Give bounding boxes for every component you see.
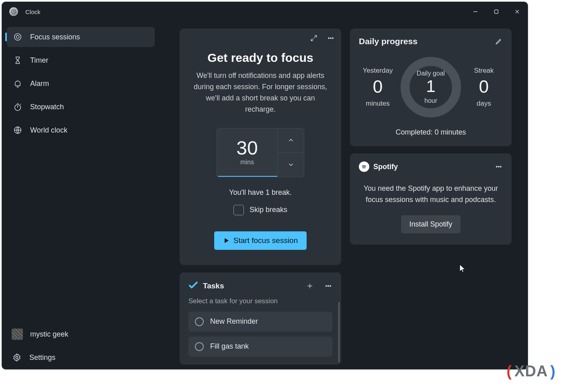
add-task-button[interactable]: [306, 282, 314, 290]
gear-icon: [12, 353, 21, 362]
plus-icon: [306, 282, 314, 290]
svg-point-3: [16, 35, 19, 38]
tasks-title: Tasks: [203, 282, 301, 290]
sidebar-item-label: Focus sessions: [30, 33, 80, 41]
start-focus-session-button[interactable]: Start focus session: [214, 231, 307, 250]
svg-point-16: [498, 166, 500, 167]
focus-sessions-icon: [12, 33, 24, 41]
svg-point-2: [14, 34, 21, 41]
spotify-more-button[interactable]: [495, 163, 503, 171]
task-item[interactable]: Fill gas tank: [188, 337, 332, 357]
more-icon: [495, 163, 503, 171]
svg-point-9: [332, 38, 334, 39]
pencil-icon: [495, 37, 503, 45]
yesterday-stat: Yesterday 0 minutes: [360, 67, 396, 108]
sidebar-item-label: Timer: [30, 56, 48, 65]
duration-display[interactable]: 30 mins: [217, 129, 277, 177]
app-icon: [9, 7, 18, 16]
tasks-hint: Select a task for your session: [188, 297, 332, 305]
window-maximize-button[interactable]: [486, 4, 507, 20]
svg-point-12: [330, 285, 331, 286]
spotify-icon: [359, 161, 369, 172]
task-label: Fill gas tank: [210, 342, 249, 351]
completed-text: Completed: 0 minutes: [359, 128, 503, 137]
play-icon: [223, 237, 229, 244]
svg-point-6: [16, 356, 18, 359]
sidebar-settings-label: Settings: [29, 353, 55, 362]
duration-unit: mins: [240, 159, 254, 166]
svg-point-8: [330, 38, 332, 39]
sidebar-item-world-clock[interactable]: World clock: [7, 120, 155, 140]
tasks-more-button[interactable]: [324, 282, 332, 290]
timer-icon: [12, 56, 24, 65]
focus-title: Get ready to focus: [188, 51, 332, 65]
chevron-down-icon: [287, 161, 295, 168]
focus-session-card: Get ready to focus We'll turn off notifi…: [180, 29, 341, 265]
sidebar-item-label: World clock: [30, 126, 68, 135]
sidebar-item-stopwatch[interactable]: Stopwatch: [7, 97, 155, 117]
window-minimize-button[interactable]: [465, 4, 486, 20]
tasks-scrollbar[interactable]: [338, 302, 340, 362]
sidebar-user-name: mystic geek: [30, 330, 68, 339]
svg-rect-1: [495, 10, 498, 14]
start-button-label: Start focus session: [233, 236, 298, 245]
alarm-icon: [12, 79, 24, 88]
sidebar-item-focus-sessions[interactable]: Focus sessions: [7, 27, 155, 47]
task-item[interactable]: New Reminder: [188, 312, 332, 332]
xda-watermark: (XDA): [506, 363, 556, 380]
world-clock-icon: [12, 126, 24, 135]
duration-value: 30: [236, 139, 258, 158]
sidebar-item-label: Alarm: [30, 80, 49, 88]
sidebar-user-account[interactable]: mystic geek: [7, 324, 155, 344]
daily-progress-card: Daily progress Yesterday 0 minutes: [350, 29, 512, 146]
sidebar: Focus sessions Timer Alarm Stopwatch: [2, 21, 160, 369]
focus-description: We'll turn off notifications and app ale…: [188, 70, 332, 115]
spotify-card: Spotify You need the Spotify app to enha…: [350, 153, 512, 245]
break-info: You'll have 1 break.: [188, 188, 332, 197]
tasks-app-icon: [188, 280, 198, 292]
duration-increase-button[interactable]: [277, 129, 304, 153]
titlebar: Clock: [2, 2, 528, 21]
collapse-icon[interactable]: [310, 34, 318, 42]
more-icon[interactable]: [327, 34, 335, 42]
svg-point-11: [328, 285, 329, 286]
sidebar-item-alarm[interactable]: Alarm: [7, 74, 155, 94]
sidebar-item-label: Stopwatch: [30, 103, 64, 111]
skip-breaks-label: Skip breaks: [250, 206, 287, 214]
chevron-up-icon: [287, 137, 295, 144]
svg-point-7: [328, 38, 330, 39]
task-radio[interactable]: [195, 342, 204, 351]
svg-point-17: [500, 166, 502, 167]
duration-picker: 30 mins: [217, 128, 304, 177]
svg-point-15: [496, 166, 497, 167]
avatar: [12, 329, 23, 340]
sidebar-settings[interactable]: Settings: [7, 347, 155, 368]
install-spotify-button[interactable]: Install Spotify: [401, 215, 460, 233]
skip-breaks-checkbox[interactable]: [233, 205, 244, 215]
app-window: Clock Focus sessions Timer: [2, 2, 528, 370]
daily-progress-title: Daily progress: [359, 37, 418, 46]
more-icon: [324, 282, 332, 290]
edit-goal-button[interactable]: [495, 37, 503, 45]
svg-point-10: [326, 285, 327, 286]
spotify-brand: Spotify: [359, 161, 398, 172]
streak-stat: Streak 0 days: [466, 67, 502, 108]
main-content: Get ready to focus We'll turn off notifi…: [160, 21, 528, 369]
spotify-description: You need the Spotify app to enhance your…: [359, 179, 503, 206]
spotify-name: Spotify: [373, 163, 398, 171]
task-radio[interactable]: [195, 317, 204, 326]
tasks-card: Tasks Select a task for your session Ne: [180, 272, 341, 365]
daily-goal-ring: Daily goal 1 hour: [399, 55, 463, 119]
stopwatch-icon: [12, 102, 24, 111]
task-label: New Reminder: [210, 317, 258, 326]
sidebar-item-timer[interactable]: Timer: [7, 50, 155, 70]
duration-decrease-button[interactable]: [277, 153, 304, 177]
window-close-button[interactable]: [507, 4, 528, 20]
app-title: Clock: [25, 8, 41, 15]
